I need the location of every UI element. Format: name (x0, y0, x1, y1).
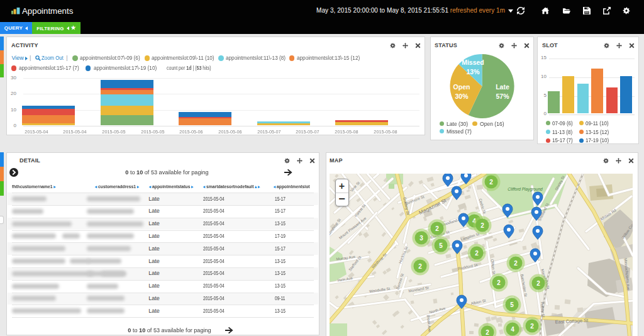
svg-text:5: 5 (510, 301, 514, 308)
svg-text:2: 2 (418, 262, 422, 269)
svg-text:57%: 57% (496, 92, 509, 100)
svg-text:2: 2 (475, 249, 479, 256)
svg-text:Missed: Missed (462, 59, 484, 66)
svg-text:2: 2 (489, 178, 493, 185)
svg-text:3: 3 (419, 234, 423, 241)
svg-text:4: 4 (511, 325, 514, 332)
svg-text:Open: Open (453, 83, 470, 91)
svg-text:2: 2 (497, 279, 501, 286)
svg-text:2: 2 (536, 279, 540, 286)
svg-text:2: 2 (530, 322, 534, 329)
svg-text:2: 2 (480, 221, 484, 228)
svg-text:30%: 30% (455, 92, 469, 100)
svg-text:2: 2 (435, 225, 439, 232)
svg-text:Clifford Playground: Clifford Playground (508, 187, 543, 192)
svg-text:Late: Late (496, 83, 509, 91)
svg-text:5: 5 (439, 242, 443, 249)
svg-text:2: 2 (514, 259, 518, 266)
svg-text:13%: 13% (466, 68, 480, 76)
svg-text:2: 2 (486, 328, 489, 335)
